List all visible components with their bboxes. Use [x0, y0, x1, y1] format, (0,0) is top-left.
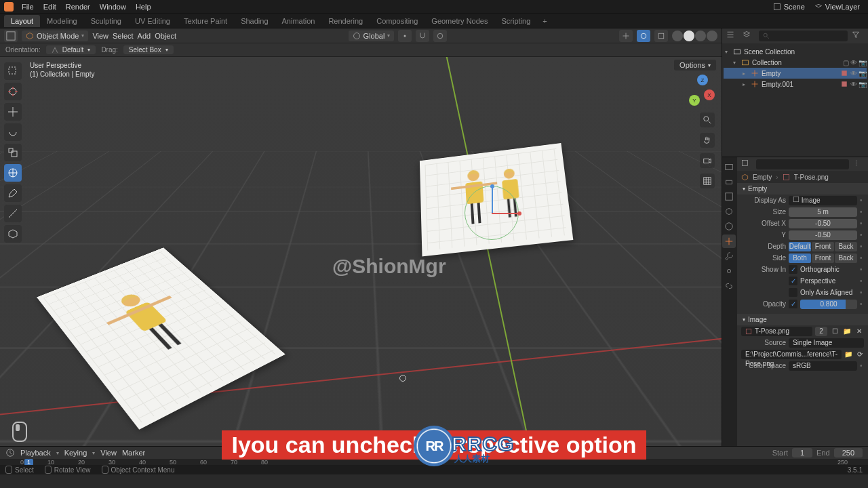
- xray-toggle[interactable]: [654, 30, 668, 42]
- timeline-menu-keying[interactable]: Keying: [64, 449, 87, 457]
- shading-material[interactable]: [695, 30, 706, 41]
- tab-uv[interactable]: UV Editing: [128, 15, 177, 27]
- gizmo-y-axis[interactable]: Y: [689, 95, 700, 106]
- tool-select-box[interactable]: [4, 62, 22, 80]
- crumb-object[interactable]: Empty: [753, 174, 772, 181]
- outliner-display-mode[interactable]: [743, 30, 755, 41]
- outliner-editor-type[interactable]: [726, 30, 738, 41]
- side-front[interactable]: Front: [812, 253, 834, 263]
- tab-rendering[interactable]: Rendering: [321, 15, 370, 27]
- add-workspace-button[interactable]: +: [537, 15, 552, 27]
- render-icon[interactable]: 📷: [859, 70, 867, 77]
- menu-edit[interactable]: Edit: [39, 1, 60, 12]
- gizmo-z-axis[interactable]: Z: [697, 75, 708, 85]
- drag-mode-dd[interactable]: Select Box ▾: [123, 45, 174, 54]
- orthographic-checkbox[interactable]: ✓: [789, 265, 797, 274]
- viewport-options[interactable]: Options▾: [674, 60, 716, 70]
- timeline-icon[interactable]: [5, 448, 15, 458]
- viewport-menu-add[interactable]: Add: [138, 32, 151, 40]
- zoom-button[interactable]: [700, 113, 715, 127]
- properties-editor-type[interactable]: [741, 159, 752, 169]
- pan-button[interactable]: [700, 133, 715, 148]
- filepath-reload[interactable]: ⟳: [856, 350, 864, 358]
- filepath-field[interactable]: E:\Project\Commis...ference\T-Pose.png: [741, 350, 842, 359]
- overlay-toggle[interactable]: [637, 30, 650, 42]
- tab-world[interactable]: [722, 220, 736, 233]
- 3d-viewport[interactable]: @ShionMgr User Perspective (1) Collectio…: [0, 57, 722, 446]
- panel-image-header[interactable]: ▾Image: [737, 314, 868, 325]
- reference-image-selected[interactable]: [420, 143, 573, 256]
- gizmo-x-axis[interactable]: X: [704, 89, 715, 100]
- tool-transform[interactable]: [4, 164, 22, 182]
- tab-layout[interactable]: Layout: [4, 15, 40, 27]
- shading-rendered[interactable]: [707, 30, 717, 41]
- tool-annotate[interactable]: [4, 184, 22, 202]
- source-dropdown[interactable]: Single Image: [789, 338, 864, 348]
- tab-object-data[interactable]: [722, 235, 736, 248]
- end-frame-field[interactable]: 250: [834, 448, 863, 458]
- perspective-checkbox[interactable]: ✓: [789, 277, 797, 285]
- tab-output[interactable]: [722, 175, 736, 188]
- eye-icon[interactable]: 👁: [850, 81, 857, 88]
- tab-constraints[interactable]: [722, 279, 736, 293]
- tab-render[interactable]: [722, 160, 736, 174]
- depth-default[interactable]: Default: [789, 242, 811, 251]
- gizmo-visibility[interactable]: [619, 30, 633, 42]
- tool-cursor[interactable]: [4, 83, 22, 100]
- viewlayer-selector[interactable]: ViewLayer: [810, 1, 864, 12]
- properties-search[interactable]: [756, 159, 849, 169]
- menu-render[interactable]: Render: [62, 1, 94, 12]
- side-back[interactable]: Back: [835, 253, 857, 263]
- tool-add-cube[interactable]: [4, 225, 22, 243]
- shading-wireframe[interactable]: [672, 30, 683, 41]
- tab-modifiers[interactable]: [722, 249, 736, 263]
- open-image-button[interactable]: 📁: [842, 327, 852, 335]
- tab-animation[interactable]: Animation: [275, 15, 322, 27]
- menu-window[interactable]: Window: [96, 1, 130, 12]
- viewport-menu-view[interactable]: View: [92, 32, 108, 40]
- render-icon[interactable]: 📷: [859, 81, 867, 88]
- depth-front[interactable]: Front: [812, 242, 834, 251]
- eye-icon[interactable]: 👁: [850, 59, 857, 66]
- new-image-button[interactable]: ☐: [830, 327, 840, 335]
- image-users[interactable]: 2: [815, 327, 827, 336]
- tab-texture-paint[interactable]: Texture Paint: [177, 15, 234, 27]
- tree-empty-1[interactable]: ▸ Empty 👁📷: [724, 68, 867, 79]
- menu-help[interactable]: Help: [132, 1, 155, 12]
- size-field[interactable]: 5 m: [789, 207, 857, 217]
- tree-empty-2[interactable]: ▸ Empty.001 👁📷: [724, 79, 867, 89]
- offset-y-field[interactable]: -0.50: [789, 230, 857, 240]
- mode-selector[interactable]: Object Mode ▾: [22, 30, 88, 41]
- viewport-menu-object[interactable]: Object: [155, 32, 176, 40]
- transform-orientation[interactable]: Global ▾: [349, 30, 395, 41]
- tree-collection[interactable]: ▾ Collection ▢👁📷: [724, 57, 867, 68]
- display-as-dropdown[interactable]: Image: [789, 196, 857, 205]
- outliner-search[interactable]: [759, 30, 848, 41]
- tree-scene-collection[interactable]: ▾ Scene Collection: [724, 46, 867, 57]
- snap-toggle[interactable]: [416, 30, 429, 42]
- colorspace-dropdown[interactable]: sRGB: [789, 361, 857, 371]
- tool-scale[interactable]: [4, 144, 22, 161]
- tab-shading[interactable]: Shading: [234, 15, 275, 27]
- depth-back[interactable]: Back: [835, 242, 857, 251]
- viewport-menu-select[interactable]: Select: [113, 32, 134, 40]
- timeline-menu-view[interactable]: View: [100, 449, 117, 457]
- shading-solid[interactable]: [684, 30, 694, 41]
- tool-rotate[interactable]: [4, 123, 22, 141]
- timeline-menu-playback[interactable]: Playback: [20, 449, 51, 457]
- tab-modeling[interactable]: Modeling: [40, 15, 84, 27]
- tab-physics[interactable]: [722, 264, 736, 278]
- properties-options[interactable]: ⋮: [853, 159, 864, 169]
- opacity-slider[interactable]: 0.800: [800, 300, 857, 309]
- eye-icon[interactable]: 👁: [850, 70, 857, 77]
- scene-selector[interactable]: Scene: [769, 1, 809, 12]
- filepath-browse[interactable]: 📁: [844, 350, 852, 358]
- proportional-edit[interactable]: [433, 30, 447, 42]
- outliner-filter[interactable]: [852, 30, 864, 41]
- navigation-gizmo[interactable]: Z X Y: [684, 75, 715, 106]
- side-both[interactable]: Both: [789, 253, 811, 263]
- timeline-menu-marker[interactable]: Marker: [122, 449, 145, 457]
- tab-viewlayer[interactable]: [722, 190, 736, 203]
- tool-orientation-dd[interactable]: Default ▾: [46, 45, 96, 54]
- tab-compositing[interactable]: Compositing: [370, 15, 425, 27]
